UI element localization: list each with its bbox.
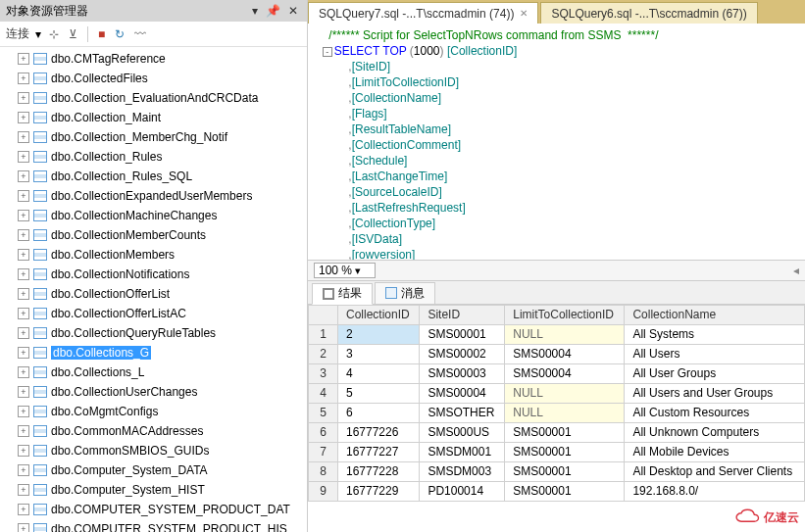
tree-node[interactable]: +dbo.CollectionUserChanges bbox=[0, 382, 307, 402]
tab-messages[interactable]: 消息 bbox=[375, 282, 435, 304]
zoom-scroll-left-icon[interactable]: ◂ bbox=[793, 264, 799, 277]
fold-icon[interactable]: - bbox=[323, 47, 332, 57]
expand-icon[interactable]: + bbox=[18, 268, 29, 280]
stop-icon[interactable]: ■ bbox=[96, 27, 107, 41]
tree-node[interactable]: +dbo.CollectionMembers bbox=[0, 245, 307, 265]
tree-node[interactable]: +dbo.Collection_MemberChg_Notif bbox=[0, 127, 307, 147]
grid-cell[interactable]: All Systems bbox=[625, 324, 805, 344]
grid-cell[interactable]: PD100014 bbox=[420, 481, 505, 501]
grid-cell[interactable]: SMS000US bbox=[420, 422, 505, 442]
expand-icon[interactable]: + bbox=[18, 170, 29, 182]
expand-icon[interactable]: + bbox=[18, 366, 29, 378]
expand-icon[interactable]: + bbox=[18, 445, 29, 457]
grid-cell[interactable]: All Users and User Groups bbox=[625, 383, 805, 403]
tree-node[interactable]: +dbo.Collections_G bbox=[0, 343, 307, 363]
expand-icon[interactable]: + bbox=[18, 249, 29, 261]
expand-icon[interactable]: + bbox=[18, 523, 29, 532]
grid-rownum[interactable]: 6 bbox=[309, 422, 338, 442]
tree-node[interactable]: +dbo.CollectedFiles bbox=[0, 69, 307, 88]
grid-cell[interactable]: SMS00001 bbox=[505, 481, 625, 501]
expand-icon[interactable]: + bbox=[18, 288, 29, 300]
grid-cell[interactable]: 192.168.8.0/ bbox=[625, 481, 805, 501]
expand-icon[interactable]: + bbox=[18, 131, 29, 143]
activity-icon[interactable]: 〰 bbox=[132, 27, 148, 41]
tree-node[interactable]: +dbo.CollectionMachineChanges bbox=[0, 206, 307, 225]
tree-node[interactable]: +dbo.Collection_EvaluationAndCRCData bbox=[0, 88, 307, 108]
grid-row[interactable]: 616777226SMS000USSMS00001All Unknown Com… bbox=[309, 422, 805, 442]
grid-rownum[interactable]: 5 bbox=[309, 403, 338, 422]
grid-rownum[interactable]: 4 bbox=[309, 383, 338, 403]
object-tree[interactable]: +dbo.CMTagReference+dbo.CollectedFiles+d… bbox=[0, 47, 307, 532]
grid-rownum[interactable]: 3 bbox=[309, 363, 338, 383]
tree-node[interactable]: +dbo.COMPUTER_SYSTEM_PRODUCT_HIS bbox=[0, 519, 307, 532]
grid-cell[interactable]: All Unknown Computers bbox=[625, 422, 805, 442]
grid-rownum[interactable]: 7 bbox=[309, 442, 338, 461]
panel-dropdown-icon[interactable]: ▾ bbox=[249, 4, 261, 18]
expand-icon[interactable]: + bbox=[18, 425, 29, 437]
grid-cell[interactable]: SMS00004 bbox=[420, 383, 505, 403]
refresh-icon[interactable]: ↻ bbox=[113, 27, 126, 41]
grid-cell[interactable]: SMS00004 bbox=[505, 363, 625, 383]
tree-node[interactable]: +dbo.Collections_L bbox=[0, 363, 307, 382]
grid-cell[interactable]: SMS00004 bbox=[505, 344, 625, 363]
grid-row[interactable]: 816777228SMSDM003SMS00001All Desktop and… bbox=[309, 461, 805, 481]
tree-node[interactable]: +dbo.Collection_Maint bbox=[0, 108, 307, 127]
grid-cell[interactable]: 16777226 bbox=[338, 422, 420, 442]
grid-cell[interactable]: SMS00001 bbox=[505, 461, 625, 481]
expand-icon[interactable]: + bbox=[18, 308, 29, 319]
grid-cell[interactable]: SMS00003 bbox=[420, 363, 505, 383]
grid-rownum[interactable]: 8 bbox=[309, 461, 338, 481]
expand-icon[interactable]: + bbox=[18, 53, 29, 65]
tree-node[interactable]: +dbo.CollectionOfferList bbox=[0, 284, 307, 304]
grid-cell[interactable]: NULL bbox=[505, 403, 625, 422]
tree-node[interactable]: +dbo.COMPUTER_SYSTEM_PRODUCT_DAT bbox=[0, 500, 307, 519]
zoom-select[interactable]: 100 % ▾ bbox=[314, 263, 376, 278]
expand-icon[interactable]: + bbox=[18, 151, 29, 163]
grid-row[interactable]: 34SMS00003SMS00004All User Groups bbox=[309, 363, 805, 383]
close-icon[interactable]: ✕ bbox=[520, 8, 528, 19]
expand-icon[interactable]: + bbox=[18, 464, 29, 476]
grid-cell[interactable]: 4 bbox=[338, 363, 420, 383]
results-grid[interactable]: CollectionIDSiteIDLimitToCollectionIDCol… bbox=[308, 305, 805, 533]
tree-node[interactable]: +dbo.Computer_System_DATA bbox=[0, 460, 307, 480]
grid-row[interactable]: 12SMS00001NULLAll Systems bbox=[309, 324, 805, 344]
tree-node[interactable]: +dbo.CommonMACAddresses bbox=[0, 421, 307, 441]
expand-icon[interactable]: + bbox=[18, 210, 29, 221]
expand-icon[interactable]: + bbox=[18, 112, 29, 123]
expand-icon[interactable]: + bbox=[18, 347, 29, 359]
grid-cell[interactable]: NULL bbox=[505, 324, 625, 344]
connect-dropdown-icon[interactable]: ▾ bbox=[35, 27, 41, 41]
grid-rownum[interactable]: 1 bbox=[309, 324, 338, 344]
grid-header[interactable]: CollectionID bbox=[338, 305, 420, 324]
document-tab[interactable]: SQLQuery6.sql -...T\sccmadmin (67)) bbox=[540, 2, 757, 24]
tab-results[interactable]: 结果 bbox=[312, 283, 373, 305]
connect-label[interactable]: 连接 bbox=[6, 25, 29, 42]
expand-icon[interactable]: + bbox=[18, 484, 29, 496]
grid-cell[interactable]: NULL bbox=[505, 383, 625, 403]
grid-cell[interactable]: SMS00001 bbox=[420, 324, 505, 344]
grid-cell[interactable]: 16777228 bbox=[338, 461, 420, 481]
expand-icon[interactable]: + bbox=[18, 190, 29, 202]
panel-close-icon[interactable]: ✕ bbox=[285, 4, 301, 18]
tree-node[interactable]: +dbo.CollectionOfferListAC bbox=[0, 304, 307, 323]
grid-row[interactable]: 716777227SMSDM001SMS00001All Mobile Devi… bbox=[309, 442, 805, 461]
grid-cell[interactable]: SMSDM003 bbox=[420, 461, 505, 481]
tree-node[interactable]: +dbo.CoMgmtConfigs bbox=[0, 402, 307, 421]
grid-header[interactable]: CollectionName bbox=[625, 305, 805, 324]
grid-cell[interactable]: 16777229 bbox=[338, 481, 420, 501]
grid-cell[interactable]: SMSDM001 bbox=[420, 442, 505, 461]
grid-cell[interactable]: All Desktop and Server Clients bbox=[625, 461, 805, 481]
grid-cell[interactable]: 6 bbox=[338, 403, 420, 422]
grid-cell[interactable]: All User Groups bbox=[625, 363, 805, 383]
expand-icon[interactable]: + bbox=[18, 92, 29, 104]
tree-node[interactable]: +dbo.CommonSMBIOS_GUIDs bbox=[0, 441, 307, 460]
grid-cell[interactable]: SMSOTHER bbox=[420, 403, 505, 422]
grid-cell[interactable]: 2 bbox=[338, 324, 420, 344]
tree-node[interactable]: +dbo.CollectionQueryRuleTables bbox=[0, 323, 307, 343]
expand-icon[interactable]: + bbox=[18, 327, 29, 339]
grid-cell[interactable]: 16777227 bbox=[338, 442, 420, 461]
document-tab[interactable]: SQLQuery7.sql -...T\sccmadmin (74))✕ bbox=[308, 2, 538, 24]
grid-cell[interactable]: SMS00001 bbox=[505, 422, 625, 442]
grid-cell[interactable]: SMS00002 bbox=[420, 344, 505, 363]
tree-node[interactable]: +dbo.Collection_Rules bbox=[0, 147, 307, 167]
